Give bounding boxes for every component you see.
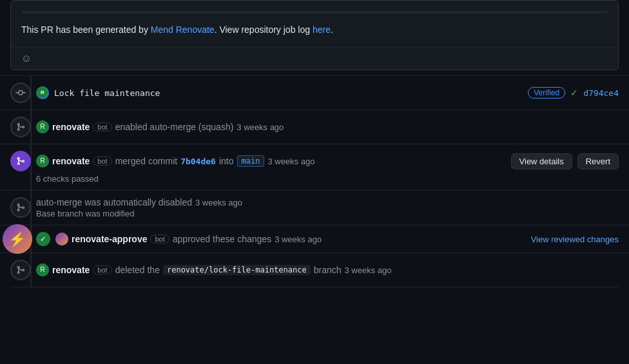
timeline: R renovate bot enabled auto-merge (squas…	[0, 110, 629, 287]
emoji-button[interactable]: ☺	[21, 53, 32, 64]
bot-badge-1: bot	[93, 122, 111, 131]
timeline-item-auto-merge-disabled: auto-merge was automatically disabled 3 …	[0, 190, 629, 225]
renovate-approve-avatar-small	[55, 233, 68, 245]
renovate-avatar-small: R	[36, 86, 49, 99]
svg-text:⚡: ⚡	[8, 231, 26, 249]
view-reviewed-changes-link[interactable]: View reviewed changes	[531, 235, 619, 244]
verified-badge: Verified	[528, 87, 565, 99]
action-after-5: branch	[314, 265, 342, 275]
deleted-branch-name: renovate/lock-file-maintenance	[163, 265, 311, 275]
commit-hash-2[interactable]: 7b04de6	[180, 157, 216, 166]
bottom-divider	[10, 287, 619, 287]
timeline-item-deleted-branch: R renovate bot deleted the renovate/lock…	[0, 253, 629, 287]
auto-merge-enabled-content: R renovate bot enabled auto-merge (squas…	[36, 120, 284, 133]
renovate-approve-large-avatar: ⚡	[3, 224, 32, 254]
approved-check-icon: ✓	[36, 232, 50, 246]
timestamp-4: 3 weeks ago	[275, 235, 322, 244]
timeline-item-approved: ⚡ ✓ renovate-approve bot approved these …	[0, 225, 629, 253]
renovate-avatar-2: R	[36, 155, 49, 168]
svg-text:R: R	[40, 158, 45, 165]
pr-description-text: This PR has been generated by Mend Renov…	[21, 23, 608, 37]
merged-commit-content: R renovate bot merged commit 7b04de6 int…	[36, 155, 506, 168]
pr-description-card: This PR has been generated by Mend Renov…	[10, 0, 619, 70]
svg-text:R: R	[40, 267, 45, 274]
timestamp-1: 3 weeks ago	[237, 122, 284, 132]
username-5: renovate	[52, 265, 90, 275]
page-wrapper: This PR has been generated by Mend Renov…	[0, 0, 629, 287]
auto-merge-disabled-content: auto-merge was automatically disabled 3 …	[36, 197, 242, 218]
check-icon: ✓	[570, 88, 578, 98]
bot-badge-5: bot	[93, 265, 111, 274]
username-4: renovate-approve	[72, 234, 147, 244]
auto-merge-timestamp: 3 weeks ago	[195, 198, 242, 207]
action-middle-2: into	[219, 156, 234, 166]
auto-merge-disabled-row: auto-merge was automatically disabled 3 …	[36, 197, 242, 207]
svg-point-8	[55, 233, 68, 245]
delete-icon	[10, 260, 31, 280]
merged-commit-buttons: View details Revert	[511, 153, 619, 169]
svg-text:R: R	[40, 124, 45, 131]
action-before-2: merged commit	[115, 156, 177, 166]
renovate-avatar-5: R	[36, 263, 49, 276]
commit-hash-link[interactable]: d794ce4	[583, 88, 619, 98]
branch-badge-2: main	[237, 155, 265, 167]
pr-description-body: This PR has been generated by Mend Renov…	[11, 1, 618, 47]
revert-button[interactable]: Revert	[577, 153, 619, 169]
pr-description-footer: ☺	[11, 47, 618, 70]
view-details-button[interactable]: View details	[511, 153, 572, 169]
commit-title: Lock file maintenance	[54, 88, 160, 98]
here-link[interactable]: here	[313, 24, 331, 35]
timestamp-5: 3 weeks ago	[345, 265, 392, 275]
renovate-avatar-1: R	[36, 120, 49, 133]
approved-content: renovate-approve bot approved these chan…	[55, 233, 526, 245]
username-1: renovate	[52, 122, 90, 132]
auto-merge-enabled-icon	[10, 117, 31, 137]
commit-header-left: R Lock file maintenance	[10, 82, 160, 103]
progress-bar	[21, 11, 608, 14]
timeline-item-merged-commit: R renovate bot merged commit 7b04de6 int…	[0, 144, 629, 190]
merged-commit-top: R renovate bot merged commit 7b04de6 int…	[10, 151, 619, 171]
merge-icon	[10, 151, 31, 171]
commit-icon	[10, 82, 31, 103]
action-before-5: deleted the	[115, 265, 160, 275]
bot-badge-2: bot	[93, 157, 111, 166]
timeline-item-auto-merge-enabled: R renovate bot enabled auto-merge (squas…	[0, 110, 629, 144]
svg-text:R: R	[41, 90, 44, 96]
mend-renovate-link[interactable]: Mend Renovate	[151, 24, 215, 35]
timestamp-2: 3 weeks ago	[267, 157, 314, 166]
auto-merge-action: auto-merge was automatically disabled	[36, 197, 192, 207]
action-4: approved these changes	[173, 234, 271, 244]
auto-merge-disabled-icon	[10, 197, 31, 218]
deleted-branch-content: R renovate bot deleted the renovate/lock…	[36, 263, 392, 276]
username-2: renovate	[52, 156, 90, 166]
commit-header-row: R Lock file maintenance Verified ✓ d794c…	[0, 75, 629, 110]
auto-merge-subtitle: Base branch was modified	[36, 209, 242, 218]
bot-badge-4: bot	[150, 235, 169, 244]
checks-passed: 6 checks passed	[36, 174, 619, 184]
commit-header-right: Verified ✓ d794ce4	[528, 87, 619, 99]
action-1: enabled auto-merge (squash)	[115, 122, 234, 132]
